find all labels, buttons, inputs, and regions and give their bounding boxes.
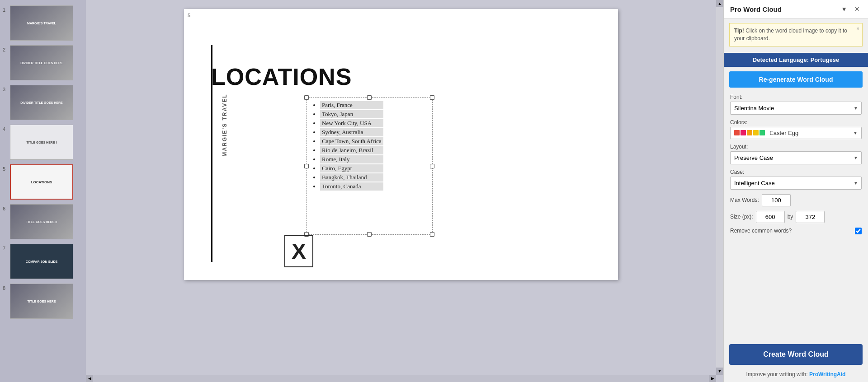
scroll-right-btn[interactable]: ▶ bbox=[709, 375, 716, 382]
thumbnail-item-4[interactable]: 4TITLE GOES HERE I bbox=[0, 123, 86, 162]
color-swatches bbox=[734, 130, 765, 135]
right-panel: Pro Word Cloud ▼ ✕ Tip! Click on the wor… bbox=[723, 0, 868, 382]
handle-ml[interactable] bbox=[304, 164, 309, 168]
handle-mr[interactable] bbox=[430, 164, 434, 168]
main-canvas-area: 5 MARGIE'S TRAVEL LOCATIONS Paris, Franc… bbox=[86, 0, 723, 382]
thumb-number-7: 7 bbox=[3, 246, 10, 251]
handle-tr[interactable] bbox=[430, 95, 434, 100]
thumb-inner-5: LOCATIONS bbox=[11, 165, 72, 199]
vertical-scrollbar[interactable]: ▲ ▼ bbox=[716, 0, 723, 375]
tip-text: Click on the word cloud image to copy it… bbox=[734, 28, 847, 42]
location-item: Rome, Italy bbox=[320, 155, 383, 163]
x-symbol: X bbox=[292, 239, 306, 264]
colors-value: Easter Egg bbox=[769, 130, 798, 136]
slide-page-number: 5 bbox=[188, 13, 190, 18]
thumbnail-item-3[interactable]: 3DIVIDER TITLE GOES HERE bbox=[0, 83, 86, 122]
thumbnail-item-5[interactable]: 5LOCATIONS bbox=[0, 163, 86, 201]
thumb-box-2: DIVIDER TITLE GOES HERE bbox=[10, 45, 73, 80]
handle-bm[interactable] bbox=[367, 232, 372, 237]
panel-title: Pro Word Cloud bbox=[730, 5, 782, 13]
vertical-label: MARGIE'S TRAVEL bbox=[222, 93, 228, 156]
max-words-label: Max Words: bbox=[730, 197, 759, 203]
remove-common-setting: Remove common words? bbox=[730, 228, 862, 234]
thumb-inner-4: TITLE GOES HERE I bbox=[10, 125, 73, 159]
font-label: Font: bbox=[730, 94, 862, 100]
font-setting: Font: Silentina Movie ▼ bbox=[730, 94, 862, 115]
font-dropdown-wrapper: Silentina Movie ▼ bbox=[730, 102, 862, 115]
location-item: Cairo, Egypt bbox=[320, 164, 383, 172]
language-bar: Detected Language: Portugese bbox=[724, 53, 868, 67]
handle-br[interactable] bbox=[430, 232, 434, 237]
scroll-track-v[interactable] bbox=[716, 7, 723, 368]
remove-common-checkbox[interactable] bbox=[855, 228, 862, 234]
settings-section: Font: Silentina Movie ▼ Colors: Easter E… bbox=[724, 90, 868, 340]
max-words-setting: Max Words: bbox=[730, 194, 862, 206]
thumbnail-item-2[interactable]: 2DIVIDER TITLE GOES HERE bbox=[0, 43, 86, 82]
panel-header-icons: ▼ ✕ bbox=[839, 5, 862, 14]
color-swatch-1 bbox=[741, 130, 746, 135]
thumb-inner-7: COMPARISON SLIDE bbox=[10, 244, 73, 279]
panel-chevron-btn[interactable]: ▼ bbox=[839, 5, 849, 14]
case-setting: Case: Intelligent Case ▼ bbox=[730, 169, 862, 190]
font-dropdown[interactable]: Silentina Movie bbox=[730, 102, 862, 115]
thumb-box-5: LOCATIONS bbox=[10, 164, 73, 200]
thumb-number-3: 3 bbox=[3, 87, 10, 92]
color-swatch-2 bbox=[747, 130, 752, 135]
thumbnail-item-7[interactable]: 7COMPARISON SLIDE bbox=[0, 242, 86, 281]
scroll-up-btn[interactable]: ▲ bbox=[716, 0, 723, 7]
thumb-number-2: 2 bbox=[3, 47, 10, 52]
case-label: Case: bbox=[730, 169, 862, 175]
footer-text: Improve your writing with: bbox=[746, 371, 809, 377]
thumb-box-7: COMPARISON SLIDE bbox=[10, 244, 73, 279]
thumb-inner-3: DIVIDER TITLE GOES HERE bbox=[10, 85, 73, 120]
x-box: X bbox=[284, 235, 313, 267]
size-label: Size (px): bbox=[730, 214, 753, 220]
regenerate-button[interactable]: Re-generate Word Cloud bbox=[729, 71, 863, 88]
thumb-box-6: TITLE GOES HERE II bbox=[10, 204, 73, 239]
thumbnail-item-1[interactable]: 1MARGIE'S TRAVEL bbox=[0, 4, 86, 42]
tip-box: Tip! Click on the word cloud image to co… bbox=[729, 23, 863, 47]
thumb-inner-6: TITLE GOES HERE II bbox=[10, 205, 73, 239]
scroll-down-btn[interactable]: ▼ bbox=[716, 368, 723, 375]
locations-textbox[interactable]: Paris, FranceTokyo, JapanNew York City, … bbox=[306, 97, 433, 235]
size-width-input[interactable] bbox=[756, 211, 785, 223]
color-swatch-3 bbox=[753, 130, 759, 135]
layout-dropdown-wrapper: Preserve Case ▼ bbox=[730, 151, 862, 164]
slide-canvas[interactable]: 5 MARGIE'S TRAVEL LOCATIONS Paris, Franc… bbox=[184, 9, 618, 280]
thumb-number-5: 5 bbox=[3, 166, 10, 172]
handle-tl[interactable] bbox=[304, 95, 309, 100]
thumb-box-8: TITLE GOES HERE bbox=[10, 284, 73, 319]
location-item: Cape Town, South Africa bbox=[320, 137, 383, 145]
thumb-box-3: DIVIDER TITLE GOES HERE bbox=[10, 85, 73, 120]
thumbnail-item-8[interactable]: 8TITLE GOES HERE bbox=[0, 282, 86, 321]
location-item: New York City, USA bbox=[320, 119, 383, 127]
colors-dropdown-wrapper: Easter Egg ▼ bbox=[730, 127, 862, 139]
horizontal-scrollbar[interactable]: ◀ ▶ bbox=[86, 375, 716, 382]
handle-tm[interactable] bbox=[367, 95, 372, 100]
max-words-input[interactable] bbox=[762, 194, 791, 206]
colors-label: Colors: bbox=[730, 119, 862, 126]
color-swatch-0 bbox=[734, 130, 740, 135]
scroll-left-btn[interactable]: ◀ bbox=[86, 375, 93, 382]
size-by-label: by bbox=[788, 214, 793, 220]
color-swatch-4 bbox=[760, 130, 765, 135]
thumb-box-4: TITLE GOES HERE I bbox=[10, 125, 73, 160]
footer: Improve your writing with: ProWritingAid bbox=[724, 368, 868, 382]
create-word-cloud-button[interactable]: Create Word Cloud bbox=[729, 344, 863, 365]
thumb-number-1: 1 bbox=[3, 7, 10, 13]
thumb-inner-1: MARGIE'S TRAVEL bbox=[10, 6, 73, 40]
case-dropdown[interactable]: Intelligent Case bbox=[730, 177, 862, 190]
colors-dropdown[interactable]: Easter Egg ▼ bbox=[730, 127, 862, 139]
thumb-number-8: 8 bbox=[3, 285, 10, 291]
location-item: Paris, France bbox=[320, 101, 383, 109]
panel-close-btn[interactable]: ✕ bbox=[853, 5, 862, 14]
tip-close-btn[interactable]: × bbox=[857, 25, 859, 32]
layout-dropdown[interactable]: Preserve Case bbox=[730, 151, 862, 164]
thumbnail-item-6[interactable]: 6TITLE GOES HERE II bbox=[0, 202, 86, 241]
size-height-input[interactable] bbox=[796, 211, 825, 223]
canvas-wrapper: 5 MARGIE'S TRAVEL LOCATIONS Paris, Franc… bbox=[86, 0, 716, 375]
location-item: Toronto, Canada bbox=[320, 182, 383, 191]
location-item: Sydney, Australia bbox=[320, 128, 383, 136]
footer-link[interactable]: ProWritingAid bbox=[809, 371, 845, 377]
size-setting: Size (px): by bbox=[730, 211, 862, 223]
